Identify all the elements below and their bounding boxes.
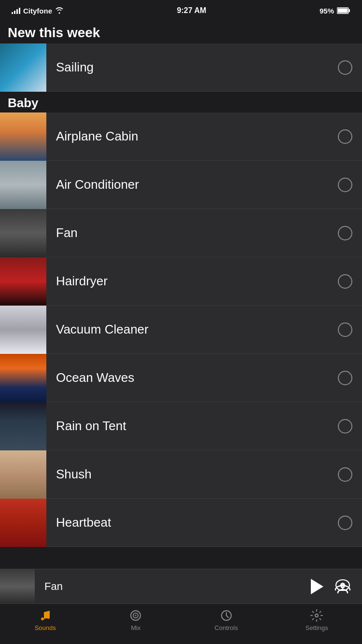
mix-tab-icon	[129, 609, 142, 622]
tab-settings[interactable]: Settings	[272, 609, 362, 631]
sound-name: Heartbeat	[46, 515, 338, 530]
status-left: Cityfone	[12, 7, 64, 15]
carrier-label: Cityfone	[23, 7, 52, 15]
sound-select-radio[interactable]	[338, 226, 352, 240]
play-icon	[311, 579, 323, 594]
sound-name: Hairdryer	[46, 274, 338, 289]
sound-select-radio[interactable]	[338, 322, 352, 337]
sound-name: Fan	[46, 225, 338, 240]
airplay-icon-v2	[332, 575, 354, 598]
sound-thumbnail	[0, 112, 46, 161]
svg-rect-2	[337, 9, 348, 13]
sound-thumbnail	[0, 43, 46, 92]
sound-row[interactable]: Fan	[0, 209, 362, 257]
tab-bar: Sounds Mix Controls Set	[0, 603, 362, 644]
now-playing-thumbnail	[0, 569, 35, 604]
sound-name: Sailing	[46, 60, 338, 75]
sound-thumbnail	[0, 354, 46, 402]
sound-row[interactable]: Vacuum Cleaner	[0, 306, 362, 354]
sound-row[interactable]: Sailing	[0, 43, 362, 92]
wifi-icon	[55, 7, 64, 14]
controls-tab-label: Controls	[215, 624, 238, 631]
sound-select-radio[interactable]	[338, 467, 352, 482]
sound-select-radio[interactable]	[338, 516, 352, 530]
battery-percent: 95%	[320, 7, 334, 15]
controls-tab-icon	[220, 609, 233, 622]
sounds-tab-label: Sounds	[35, 624, 56, 631]
status-right: 95%	[320, 7, 350, 15]
sound-list: Sailing Baby Airplane Cabin Air Conditio…	[0, 43, 362, 624]
sound-select-radio[interactable]	[338, 129, 352, 144]
page-title: New this week	[8, 25, 354, 41]
sound-name: Airplane Cabin	[46, 129, 338, 144]
sound-thumbnail	[0, 161, 46, 209]
sounds-tab-icon	[39, 609, 52, 622]
sound-thumbnail	[0, 499, 46, 547]
sound-select-radio[interactable]	[338, 419, 352, 434]
sound-thumbnail	[0, 209, 46, 257]
sound-name: Air Conditioner	[46, 177, 338, 192]
battery-icon	[337, 7, 350, 14]
now-playing-title: Fan	[35, 580, 304, 593]
sound-select-radio[interactable]	[338, 60, 352, 75]
sound-select-radio[interactable]	[338, 274, 352, 289]
sound-name: Ocean Waves	[46, 370, 338, 385]
settings-tab-label: Settings	[306, 624, 328, 631]
sound-name: Shush	[46, 467, 338, 482]
page-header: New this week	[0, 21, 362, 43]
sound-select-radio[interactable]	[338, 178, 352, 192]
tab-mix[interactable]: Mix	[91, 609, 181, 631]
category-header: Baby	[0, 92, 362, 112]
svg-point-8	[135, 615, 137, 616]
sound-row[interactable]: Ocean Waves	[0, 354, 362, 402]
status-bar: Cityfone 9:27 AM 95%	[0, 0, 362, 21]
airplay-button[interactable]	[328, 572, 357, 601]
sound-row[interactable]: Airplane Cabin	[0, 112, 362, 161]
sound-row[interactable]: Air Conditioner	[0, 161, 362, 209]
svg-rect-1	[348, 9, 350, 12]
sound-thumbnail	[0, 257, 46, 306]
now-playing-bar: Fan	[0, 569, 362, 603]
sound-name: Vacuum Cleaner	[46, 322, 338, 337]
status-time: 9:27 AM	[177, 6, 207, 15]
tab-sounds[interactable]: Sounds	[0, 609, 91, 631]
signal-icon	[12, 7, 20, 14]
svg-point-10	[315, 614, 318, 617]
sound-thumbnail	[0, 402, 46, 450]
category-name: Baby	[8, 96, 39, 110]
sound-thumbnail	[0, 306, 46, 354]
sound-name: Rain on Tent	[46, 419, 338, 434]
sound-row[interactable]: Heartbeat	[0, 499, 362, 547]
mix-tab-label: Mix	[131, 624, 140, 631]
sound-row[interactable]: Shush	[0, 450, 362, 499]
sound-select-radio[interactable]	[338, 371, 352, 385]
sound-thumbnail	[0, 450, 46, 499]
play-button[interactable]	[304, 574, 328, 599]
sound-row[interactable]: Hairdryer	[0, 257, 362, 306]
settings-tab-icon	[310, 609, 323, 622]
tab-controls[interactable]: Controls	[181, 609, 272, 631]
sound-row[interactable]: Rain on Tent	[0, 402, 362, 450]
